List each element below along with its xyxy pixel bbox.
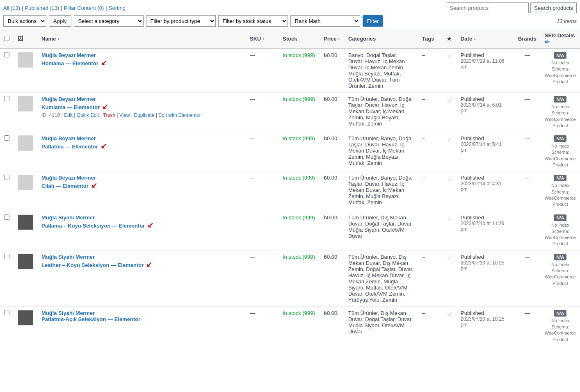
apply-button[interactable]: Apply (49, 15, 71, 27)
product-image-cell (14, 93, 37, 132)
product-name: Muğla Beyazı Mermer Cilalı — Elementor↙ (41, 175, 242, 190)
product-categories: Tüm Ürünler, Dış Mekan Duvar, Doğal Taşl… (348, 310, 413, 335)
featured-star[interactable]: ☆ (447, 52, 452, 59)
th-categories: Categories (344, 29, 418, 49)
product-name-link[interactable]: Muğla Beyazı Mermer Honlama — Elementor↙ (41, 52, 107, 66)
product-categories-cell: Tüm Ürünler, Banyo, Doğal Taşlar, Duvar,… (344, 132, 418, 171)
th-seo: SEO Details ✏ (541, 29, 580, 49)
featured-star[interactable]: ☆ (447, 136, 452, 143)
product-name-link[interactable]: Muğla Beyazı Mermer Kumlama — Elementor↙ (41, 96, 108, 110)
duplicate-link[interactable]: Duplicate (134, 112, 155, 118)
product-sku-cell: — (246, 211, 279, 250)
product-name-link[interactable]: Muğla Siyahı Mermer Leather – Koyu Selek… (41, 254, 152, 268)
sort-arrow-icon: ↕ (57, 36, 59, 41)
product-categories-cell: Tüm Ürünler, Dış Mekan Duvar, Doğal Taşl… (344, 306, 418, 346)
annotation-arrow: ↙ (147, 221, 153, 229)
row-checkbox[interactable] (4, 135, 9, 141)
product-seo-cell: N/A No Index Schema: WooCommerce Product (541, 306, 580, 346)
product-name-link[interactable]: Muğla Beyazı Mermer Cilalı — Elementor↙ (41, 175, 97, 189)
product-name-link[interactable]: Muğla Siyahı Mermer Patlama – Koyu Selek… (41, 214, 153, 229)
search-input[interactable] (447, 2, 529, 13)
sku-sort-link[interactable]: SKU ↕ (250, 36, 274, 42)
product-tags-cell: – (418, 171, 443, 211)
product-brands-cell: — (514, 250, 541, 306)
seo-label: No Index Schema: WooCommerce Product (545, 223, 576, 246)
th-date[interactable]: Date ↓ (457, 29, 514, 49)
product-name-cell: Muğla Beyazı Mermer Kumlama — Elementor↙… (37, 93, 246, 132)
bulk-actions-select[interactable]: Bulk actions (3, 15, 46, 27)
tab-published[interactable]: Published (13) (25, 5, 59, 11)
product-date-cell: Published 2023/07/10 at 11:29 pm (457, 211, 514, 250)
tab-pillar[interactable]: Pillar Content (0) (64, 5, 104, 11)
select-all-checkbox[interactable] (4, 36, 9, 41)
product-tags-cell: – (418, 250, 443, 306)
table-header-row: 🖼 Name ↕ SKU ↕ Stock P (0, 29, 580, 49)
price-sort-link[interactable]: Price ↕ (324, 36, 340, 42)
product-seo-cell: N/A No Index Schema: WooCommerce Product (541, 93, 580, 132)
view-link[interactable]: View (119, 112, 130, 118)
rank-math-select[interactable]: Rank Math (290, 15, 360, 27)
product-price: ₺0.00 (324, 175, 337, 181)
filter-tabs: All (13) | Published (13) | Pillar Conte… (0, 0, 580, 13)
row-checkbox[interactable] (4, 96, 9, 101)
row-checkbox[interactable] (4, 254, 9, 259)
edit-link[interactable]: Edit (64, 112, 73, 118)
product-name: Muğla Beyazı Mermer Honlama — Elementor↙ (41, 52, 242, 67)
seo-edit-icon[interactable]: ✏ (545, 39, 550, 45)
table-row: Muğla Siyahı Mermer Leather – Koyu Selek… (0, 250, 580, 306)
stock-status: In stock (999) (283, 135, 315, 141)
filter-button[interactable]: Filter (363, 15, 384, 27)
seo-badge: N/A (554, 254, 566, 260)
date-sort-link[interactable]: Date ↓ (461, 36, 510, 42)
stock-status: In stock (999) (283, 96, 315, 102)
product-name-link[interactable]: Muğla Siyahı Mermer Patlatma-Açık Seleks… (41, 310, 140, 322)
row-checkbox[interactable] (4, 175, 9, 180)
product-categories-cell: Tüm Ürünler, Banyo, Doğal Taşlar, Duvar,… (344, 93, 418, 132)
seo-badge: N/A (554, 96, 566, 103)
th-sku[interactable]: SKU ↕ (246, 29, 279, 49)
tab-all[interactable]: All (13) (3, 5, 20, 11)
product-stock-cell: In stock (999) (279, 93, 320, 132)
tab-sorting[interactable]: Sorting (109, 5, 126, 11)
th-checkbox (0, 29, 14, 49)
product-categories: Tüm Ürünler, Dış Mekan Duvar, Doğal Taşl… (348, 214, 413, 239)
product-seo-cell: N/A No Index Schema: WooCommerce Product (541, 132, 580, 171)
elementor-link[interactable]: Edit with Elementor (158, 112, 201, 118)
product-name-cell: Muğla Siyahı Mermer Leather – Koyu Selek… (37, 250, 246, 306)
product-price-cell: ₺0.00 (320, 250, 344, 306)
featured-star[interactable]: ☆ (447, 175, 452, 182)
row-checkbox-cell (0, 306, 14, 346)
stock-status-select[interactable]: Filter by stock status (218, 15, 288, 27)
row-checkbox[interactable] (4, 214, 9, 220)
product-image-cell (14, 171, 37, 211)
name-sort-link[interactable]: Name ↕ (41, 36, 242, 42)
trash-link[interactable]: Trash (103, 112, 115, 118)
seo-label: No Index Schema: WooCommerce Product (545, 60, 576, 84)
th-price[interactable]: Price ↕ (320, 29, 344, 49)
featured-star[interactable]: ☆ (447, 254, 452, 261)
table-row: Muğla Beyazı Mermer Kumlama — Elementor↙… (0, 93, 580, 132)
product-name: Muğla Beyazı Mermer Patlatma — Elementor… (41, 135, 242, 150)
product-name-link[interactable]: Muğla Beyazı Mermer Patlatma — Elementor… (41, 135, 107, 150)
row-checkbox[interactable] (4, 52, 9, 57)
product-image-cell (14, 132, 37, 171)
date-status: Published (461, 310, 510, 316)
row-checkbox[interactable] (4, 310, 9, 315)
stock-status: In stock (999) (283, 52, 315, 58)
quickedit-link[interactable]: Quick Edit (77, 112, 99, 118)
th-name[interactable]: Name ↕ (37, 29, 246, 49)
category-select[interactable]: Select a category (74, 15, 144, 27)
product-name-cell: Muğla Beyazı Mermer Patlatma — Elementor… (37, 132, 246, 171)
date-value: 2023/07/10 at 11:29 pm (461, 221, 510, 232)
search-products-button[interactable]: Search products (530, 2, 577, 13)
product-price-cell: ₺0.00 (320, 132, 344, 171)
product-type-select[interactable]: Filter by product type (146, 15, 216, 27)
product-name-cell: Muğla Siyahı Mermer Patlama – Koyu Selek… (37, 211, 246, 250)
product-sku-cell: — (246, 93, 279, 132)
product-name: Muğla Beyazı Mermer Kumlama — Elementor↙ (41, 96, 242, 111)
featured-star[interactable]: ☆ (447, 96, 452, 103)
product-brands-cell: — (514, 132, 541, 171)
product-price-cell: ₺0.00 (320, 93, 344, 132)
featured-star[interactable]: ☆ (447, 310, 452, 317)
featured-star[interactable]: ☆ (447, 215, 452, 222)
